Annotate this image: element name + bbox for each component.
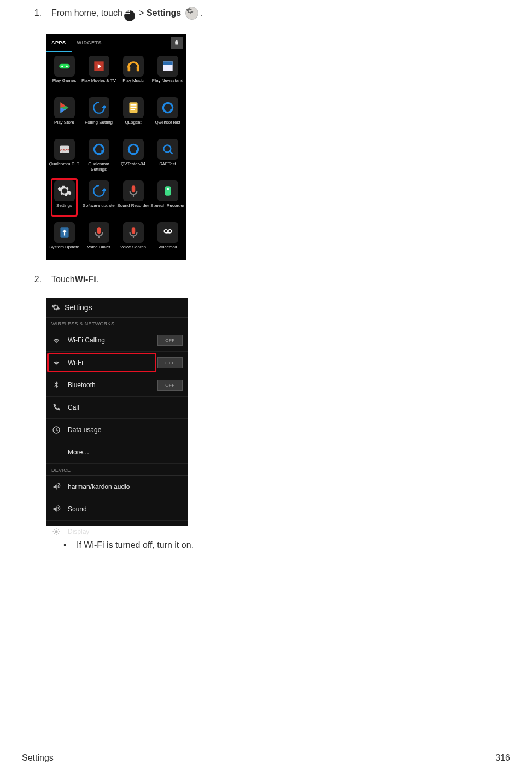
app-system-update[interactable]: System Update [47, 222, 81, 264]
app-play-movies-tv[interactable]: Play Movies & TV [81, 56, 116, 97]
app-label: Settings [56, 203, 72, 208]
bt-icon [51, 380, 61, 390]
app-voice-dialer[interactable]: Voice Dialer [81, 222, 116, 264]
playstore-icon [54, 97, 75, 118]
svg-point-29 [166, 188, 168, 190]
app-qsensortest[interactable]: QSensorTest [150, 97, 185, 139]
svg-rect-5 [127, 67, 130, 71]
step-number: 2. [22, 275, 51, 284]
svg-point-36 [164, 230, 167, 233]
app-voice-search[interactable]: Voice Search [116, 222, 150, 264]
swupdate-icon [89, 180, 109, 201]
svg-rect-26 [131, 185, 135, 192]
settings-row-call[interactable]: Call [46, 397, 188, 419]
svg-rect-6 [136, 67, 139, 71]
toggle-off[interactable]: OFF [157, 357, 183, 368]
settings-header: Settings [46, 298, 188, 317]
step1-settings-bold: Settings [147, 8, 181, 18]
app-qlogcat[interactable]: QLogcat [116, 97, 150, 139]
app-label: Polling Setting [85, 120, 113, 125]
svg-rect-32 [97, 227, 101, 234]
app-speech-recorder[interactable]: Speech Recorder [150, 180, 185, 222]
saetest-icon [157, 139, 178, 160]
settings-row-label: Bluetooth [68, 381, 96, 389]
settings-row-data-usage[interactable]: Data usage [46, 419, 188, 441]
app-label: QSensorTest [155, 120, 180, 125]
app-qvtester-04[interactable]: QVTester-04 [116, 139, 150, 180]
settings-row-harman-kardon-audio[interactable]: harman/kardon audio [46, 476, 188, 498]
playmusic-icon [123, 56, 144, 77]
sound-icon [51, 504, 61, 514]
playnews-icon [157, 56, 178, 77]
play-store-shop-icon[interactable] [171, 37, 183, 49]
settings-row-wi-fi-calling[interactable]: Wi-Fi CallingOFF [46, 329, 188, 352]
app-play-games[interactable]: Play Games [47, 56, 81, 97]
footer-page: 316 [495, 753, 510, 763]
app-saetest[interactable]: SAETest [150, 139, 185, 180]
app-play-newsstand[interactable]: Play Newsstand [150, 56, 185, 97]
voicedial-icon [89, 222, 109, 243]
app-polling-setting[interactable]: Polling Setting [81, 97, 116, 139]
svg-rect-21 [101, 150, 103, 152]
app-label: Qualcomm Settings [81, 161, 116, 172]
settings-row-sound[interactable]: Sound [46, 498, 188, 521]
app-label: Play Newsstand [152, 78, 183, 84]
drawer-tab-widgets[interactable]: WIDGETS [72, 34, 108, 51]
display-icon [51, 527, 61, 537]
app-label: Play Games [52, 78, 77, 84]
drawer-tab-apps[interactable]: APPS [46, 34, 72, 52]
svg-rect-15 [130, 109, 135, 110]
svg-point-20 [94, 144, 103, 154]
phone-icon [51, 403, 61, 412]
toggle-off[interactable]: OFF [157, 335, 183, 346]
app-software-update[interactable]: Software update [81, 180, 116, 222]
toggle-off[interactable]: OFF [157, 380, 183, 391]
settings-row-more-[interactable]: More… [46, 441, 188, 464]
svg-point-2 [66, 65, 67, 67]
app-label: Speech Recorder [150, 203, 184, 208]
app-qualcomm-settings[interactable]: Qualcomm Settings [81, 139, 116, 180]
voicesearch-icon [123, 222, 144, 243]
app-voicemail[interactable]: Voicemail [150, 222, 185, 264]
svg-rect-13 [130, 104, 136, 106]
app-label: Play Music [122, 78, 144, 84]
qlogcat-icon [123, 97, 144, 118]
step-number: 1. [22, 8, 51, 18]
polling-icon [89, 97, 109, 118]
svg-text:qdct: qdct [60, 148, 69, 153]
app-label: System Update [49, 244, 79, 250]
app-sound-recorder[interactable]: Sound Recorder [116, 180, 150, 222]
voicemail-icon [157, 222, 178, 243]
svg-rect-28 [165, 186, 171, 195]
app-label: Voice Dialer [87, 244, 110, 250]
svg-point-40 [55, 530, 57, 533]
app-label: Voicemail [158, 244, 177, 250]
step1-text-pre: From home, touch [51, 8, 122, 18]
screenshot-settings: Settings WIRELESS & NETWORKS Wi-Fi Calli… [46, 298, 188, 526]
screenshot-app-drawer: APPS WIDGETS Play GamesPlay Movies & TVP… [46, 34, 186, 260]
playmovies-icon [89, 56, 109, 77]
settings-category-device: DEVICE [46, 464, 188, 476]
settings-row-label: harman/kardon audio [68, 483, 130, 491]
app-qualcomm-dlt[interactable]: qdctQualcomm DLT [47, 139, 81, 180]
app-play-store[interactable]: Play Store [47, 97, 81, 139]
svg-rect-0 [59, 64, 70, 69]
settings-row-wi-fi[interactable]: Wi-FiOFF [46, 352, 188, 374]
settings-title: Settings [65, 303, 92, 312]
svg-rect-14 [130, 107, 136, 108]
app-label: Qualcomm DLT [49, 161, 79, 167]
settings-row-label: Call [68, 404, 79, 411]
settings-row-label: Wi-Fi Calling [68, 336, 105, 344]
settings-row-label: Sound [68, 505, 87, 513]
svg-point-1 [61, 65, 63, 67]
app-play-music[interactable]: Play Music [116, 56, 150, 97]
qdlt-icon: qdct [54, 139, 75, 160]
app-label: Voice Search [120, 244, 146, 250]
app-settings[interactable]: Settings [47, 180, 81, 222]
qsettings-icon [89, 139, 109, 160]
apps-icon [124, 4, 135, 21]
settings-row-bluetooth[interactable]: BluetoothOFF [46, 374, 188, 397]
speechrec-icon [157, 180, 178, 201]
settings-row-display[interactable]: Display [46, 521, 188, 543]
app-label: QLogcat [125, 120, 141, 125]
